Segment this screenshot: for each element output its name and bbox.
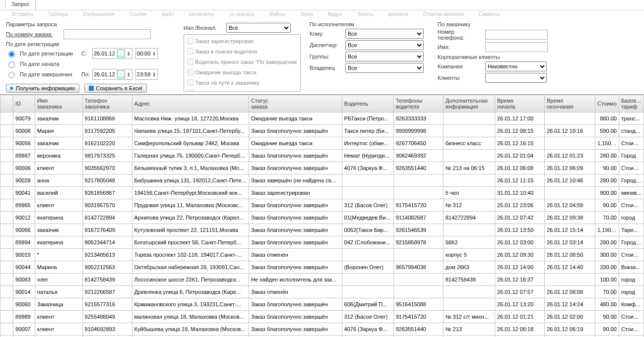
pay-label: Нал./Безнал.: [184, 25, 223, 31]
cell: № 312 с/т михн...: [443, 311, 495, 323]
cell: Заказ благополучно завершён: [249, 125, 342, 137]
table-row[interactable]: 90006клиент9035562970Безымянный тупик 3,…: [0, 162, 644, 174]
cell: 480.00: [595, 298, 619, 311]
groups-select[interactable]: Все: [345, 52, 424, 61]
table-row[interactable]: 90038заказчик401516660Октябрьская улица …: [0, 336, 644, 337]
calendar-icon[interactable]: [117, 50, 125, 57]
company-select[interactable]: Неизвестно: [485, 61, 547, 71]
radio-date-end[interactable]: [8, 72, 15, 78]
col-header[interactable]: Базовыйтариф: [619, 95, 644, 112]
table-row[interactable]: 90019*9213485613Тореза проспект 102-118,…: [0, 249, 644, 261]
get-info-button[interactable]: Получить информацию: [6, 84, 79, 93]
table-row[interactable]: 90007клиент9104692893Куйбышева улица 19,…: [0, 323, 644, 336]
status-check[interactable]: [187, 48, 193, 55]
radio-date-reg[interactable]: [8, 51, 15, 57]
owner-select[interactable]: Все: [345, 63, 424, 73]
cell: город: [619, 274, 644, 286]
cell: № 213 на 06:15: [443, 162, 495, 174]
status-item: Водитель принял заказ "По завершении: [195, 59, 297, 65]
table-row[interactable]: 90066заказчик9167276409Кутузовский просп…: [0, 224, 644, 236]
cell: 9161108866: [82, 112, 132, 125]
cell: Октябрьская набережная 26, 193091,Сан...: [132, 261, 249, 274]
col-header[interactable]: Водитель: [342, 95, 393, 112]
cell: Город ...: [619, 174, 644, 187]
table-row[interactable]: 90014наталья9212266587Древлянка улица 6,…: [0, 286, 644, 298]
cell: [342, 336, 393, 337]
orders-grid[interactable]: IDИмязаказчикаТелефонзаказчикаАдресСтату…: [0, 94, 644, 337]
table-row[interactable]: 89989клиент9255488049малиновая улица 18,…: [0, 311, 644, 323]
status-check[interactable]: [187, 69, 193, 75]
cell: 26.01.12 14:40: [544, 261, 595, 274]
cell: 70.00: [595, 212, 619, 224]
col-header[interactable]: Стоимо: [595, 95, 619, 112]
cust-phone-input[interactable]: [485, 30, 548, 40]
cell: олег: [35, 274, 82, 286]
cell: 280.00: [595, 236, 619, 249]
table-row[interactable]: 90060Заказчица9215577316Кржижановского у…: [0, 298, 644, 311]
table-row[interactable]: 89994екатерина9052344714Богатырский прос…: [0, 236, 644, 249]
status-list[interactable]: Заказ зарегистрирован Заказ в поиске вод…: [184, 34, 301, 92]
table-row[interactable]: 89965клиент9031957570Прудовая улица 11, …: [0, 199, 644, 212]
col-header[interactable]: Адрес: [132, 95, 249, 112]
cell: 90066: [13, 224, 35, 236]
tab-request[interactable]: Запрос: [5, 0, 36, 9]
table-row[interactable]: 90041василий9261856867194156,Санкт-Петер…: [0, 187, 644, 199]
cell: Немат (Нуритди...: [342, 150, 393, 162]
order-number-input[interactable]: [64, 29, 151, 39]
col-header[interactable]: Телефоныводителя: [393, 95, 443, 112]
cell: 9062469392: [393, 150, 443, 162]
date-from[interactable]: 26.01.12▲▼: [92, 48, 132, 59]
cell: 90012: [13, 212, 35, 224]
cell: Архипова улица 22, Петрозаводск (Карел..…: [132, 212, 249, 224]
col-header[interactable]: Статусзаказа: [249, 95, 342, 112]
cell: 4076 (Заркуа Ф...: [342, 162, 393, 174]
time-to[interactable]: 23:59▲▼: [135, 69, 158, 80]
pay-select[interactable]: Все: [226, 23, 291, 33]
by-number-link[interactable]: По номеру заказа:: [6, 31, 61, 37]
who-select[interactable]: Все: [345, 29, 424, 39]
col-header[interactable]: Имязаказчика: [35, 95, 82, 112]
cell: [0, 323, 13, 336]
radio-date-end-label: По дате завершения: [20, 71, 78, 77]
table-row[interactable]: 90079заказчик9161108866Масловка Ниж. ули…: [0, 112, 644, 125]
clients-select[interactable]: [485, 73, 547, 83]
cell: 70.00: [595, 286, 619, 298]
table-row[interactable]: 90012екатерина8142722894Архипова улица 2…: [0, 212, 644, 224]
col-header[interactable]: Времяначала: [495, 95, 544, 112]
cell: 9267706450: [393, 137, 443, 150]
save-excel-button[interactable]: Сохранить в Excel: [84, 84, 147, 93]
table-row[interactable]: 90044Марина9052212563Октябрьская набереж…: [0, 261, 644, 274]
menu-hint: Отметка времени: [423, 11, 464, 17]
cell: 26.01.12 14:00: [495, 261, 544, 274]
radio-date-start[interactable]: [8, 61, 15, 68]
table-row[interactable]: 90083олег8142758439Лососинское шоссе 22К…: [0, 274, 644, 286]
cell: Заказ благополучно завершён: [249, 261, 342, 274]
table-row[interactable]: 90058заказчик9162102220Симферопольский б…: [0, 137, 644, 150]
dispatcher-select[interactable]: Все: [345, 40, 424, 50]
cell: Заказчица: [35, 298, 82, 311]
status-check[interactable]: [187, 58, 193, 65]
table-row[interactable]: 90028анна9217805048Бабушкина улица 131, …: [0, 174, 644, 187]
cust-name-input[interactable]: [485, 42, 548, 52]
status-check[interactable]: [187, 90, 193, 92]
menu-hint: Видео: [328, 11, 342, 17]
table-row[interactable]: 89987вероника9817973325Галерная улица 75…: [0, 150, 644, 162]
status-check[interactable]: [187, 38, 193, 44]
cell: 9035562970: [82, 162, 132, 174]
to-label: По:: [81, 71, 89, 77]
cell: Галерная улица 75, 190000,Санкт-Петерб..…: [132, 150, 249, 162]
cell: [0, 187, 13, 199]
date-to[interactable]: 26.01.12▲▼: [92, 69, 132, 80]
cell: екатерина: [35, 236, 82, 249]
cell: [544, 137, 595, 150]
status-check[interactable]: [187, 79, 193, 86]
calendar-icon[interactable]: [117, 70, 125, 78]
time-from[interactable]: 00:00▲▼: [135, 48, 158, 59]
table-row[interactable]: 90008Мария9117592205Чапаева улица 15, 19…: [0, 125, 644, 137]
col-header[interactable]: Дополнительнаяинформация: [443, 95, 495, 112]
col-header[interactable]: [0, 95, 13, 112]
col-header[interactable]: Времяокончания: [544, 95, 595, 112]
cell: 9052212563: [82, 261, 132, 274]
col-header[interactable]: ID: [13, 95, 35, 112]
col-header[interactable]: Телефонзаказчика: [82, 95, 132, 112]
